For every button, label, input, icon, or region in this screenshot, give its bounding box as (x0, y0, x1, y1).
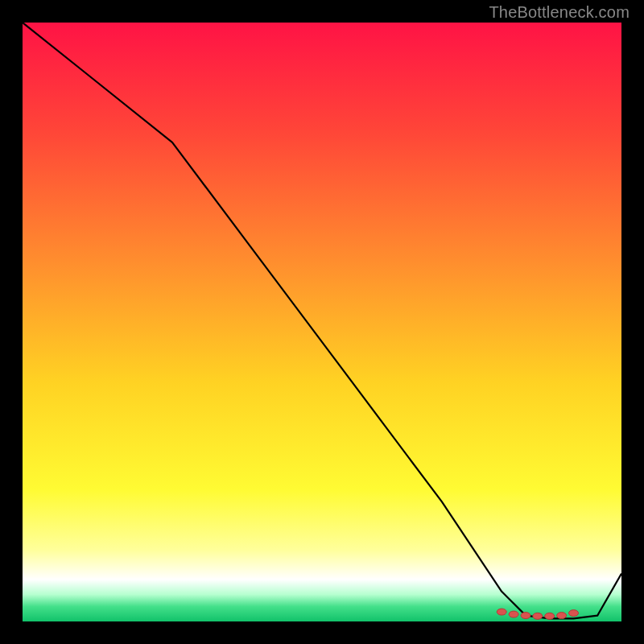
sweet-spot-marker (557, 613, 567, 619)
chart-svg (23, 23, 621, 621)
sweet-spot-marker (533, 613, 543, 619)
chart-frame (23, 23, 621, 621)
sweet-spot-marker (521, 613, 530, 619)
sweet-spot-marker (509, 611, 518, 617)
sweet-spot-marker (497, 609, 506, 615)
attribution-text: TheBottleneck.com (489, 3, 630, 22)
plot-area (23, 23, 621, 621)
sweet-spot-marker (545, 613, 555, 619)
gradient-background (23, 23, 621, 621)
sweet-spot-marker (569, 610, 579, 617)
